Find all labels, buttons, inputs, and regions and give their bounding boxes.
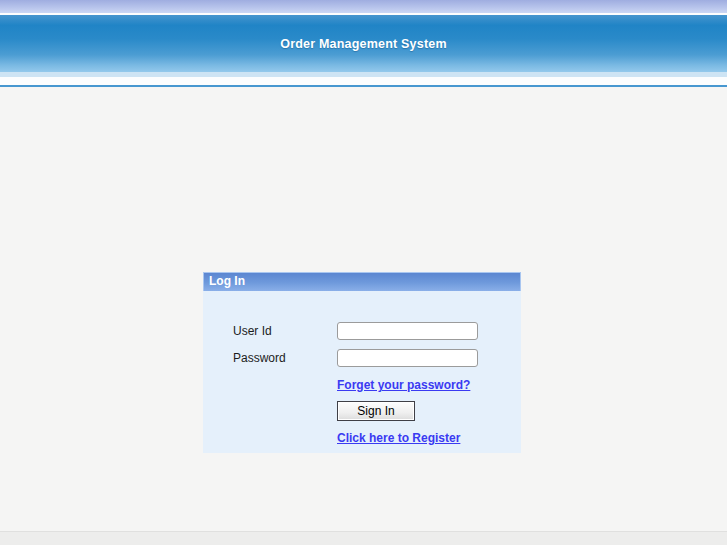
app-title: Order Management System [280,37,446,51]
password-input[interactable] [337,349,478,367]
page: Order Management System Log In User Id P… [0,0,727,545]
login-panel: Log In User Id Password Forget your pass… [203,272,521,453]
password-label: Password [233,351,286,365]
login-panel-body: User Id Password Forget your password? S… [203,291,521,453]
login-panel-header: Log In [203,272,521,291]
page-body: Log In User Id Password Forget your pass… [0,87,727,531]
user-id-label: User Id [233,324,272,338]
register-link[interactable]: Click here to Register [337,431,460,445]
user-id-input[interactable] [337,322,478,340]
footer-strip [0,531,727,545]
header-sub-strip-light [0,77,727,85]
top-accent-strip [0,0,727,13]
app-header: Order Management System [0,15,727,72]
sign-in-button[interactable]: Sign In [337,401,415,421]
forgot-password-link[interactable]: Forget your password? [337,378,470,392]
login-panel-title: Log In [209,274,245,288]
